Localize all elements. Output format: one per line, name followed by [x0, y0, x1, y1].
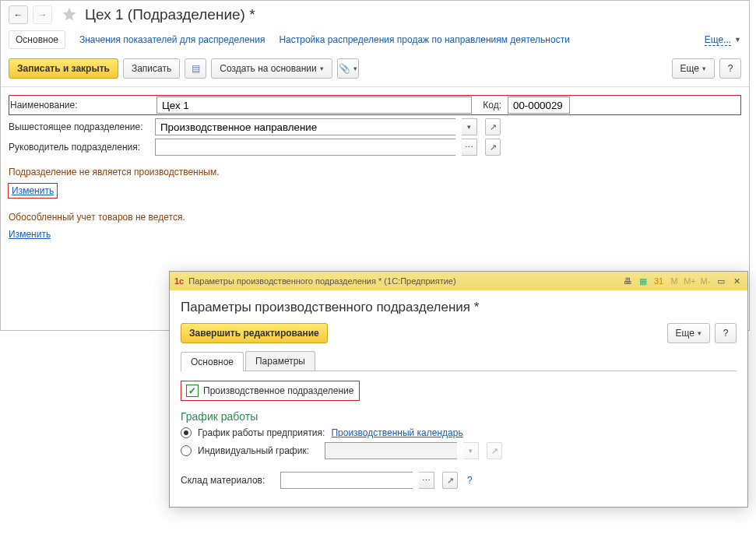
parent-input[interactable] — [155, 118, 455, 135]
tab-indicators[interactable]: Значения показателей для распределения — [79, 34, 265, 45]
toolbar: Записать и закрыть Записать ▤ Создать на… — [1, 55, 749, 87]
open-ref-button[interactable]: ↗ — [485, 118, 501, 135]
minimize-button[interactable]: ▭ — [715, 275, 727, 287]
nav-forward[interactable]: → — [33, 5, 52, 24]
name-row: Наименование: Код: — [9, 95, 741, 115]
chevron-down-icon: ▾ — [702, 65, 706, 72]
dialog-body: Параметры производственного подразделени… — [170, 290, 747, 331]
chevron-down-icon: ▾ — [698, 329, 701, 331]
tab-more[interactable]: Еще...▼ — [705, 34, 741, 46]
app-icon: 1c — [174, 276, 184, 286]
chevron-down-icon: ▾ — [353, 65, 357, 72]
change-stock-link[interactable]: Изменить — [9, 229, 51, 240]
head-label: Руководитель подразделения: — [9, 142, 149, 153]
chevron-down-icon: ▼ — [734, 36, 741, 44]
document-icon: ▤ — [192, 63, 200, 74]
tab-main[interactable]: Основное — [9, 30, 65, 49]
dialog-titlebar: 1c Параметры производственного подраздел… — [170, 272, 747, 290]
code-input[interactable] — [508, 97, 570, 114]
close-button[interactable]: ✕ — [730, 275, 743, 287]
dialog-help-button[interactable]: ? — [715, 323, 737, 331]
name-label: Наименование: — [10, 100, 150, 111]
head-input[interactable] — [155, 139, 455, 156]
header: ← → Цех 1 (Подразделение) * — [1, 1, 749, 27]
status-stock: Обособленный учет товаров не ведется. — [9, 212, 741, 223]
dialog-more-button[interactable]: Еще▾ — [667, 323, 710, 331]
chevron-down-icon: ▾ — [467, 123, 471, 131]
create-from-button[interactable]: Создать на основании▾ — [211, 58, 332, 79]
external-icon: ↗ — [490, 142, 497, 153]
save-close-button[interactable]: Записать и закрыть — [9, 58, 118, 79]
code-label: Код: — [478, 100, 501, 111]
change-production-link-wrap: Изменить — [9, 184, 57, 198]
tab-sales[interactable]: Настройка распределения продаж по направ… — [279, 34, 569, 45]
dialog-title: Параметры производственного подразделени… — [181, 300, 737, 315]
tab-bar: Основное Значения показателей для распре… — [1, 27, 749, 55]
external-icon: ↗ — [490, 122, 497, 132]
attach-icon: 📎 — [339, 63, 350, 74]
help-button[interactable]: ? — [719, 58, 741, 79]
m-icon: M — [668, 275, 680, 287]
select-button[interactable]: ⋯ — [462, 139, 477, 156]
report-button[interactable]: ▤ — [185, 58, 206, 79]
page-title: Цех 1 (Подразделение) * — [85, 6, 255, 23]
calendar-icon[interactable]: 31 — [652, 275, 665, 287]
finish-edit-button[interactable]: Завершить редактирование — [181, 323, 328, 331]
parent-row: Вышестоящее подразделение: ▾ ↗ — [9, 118, 741, 135]
parent-label: Вышестоящее подразделение: — [9, 121, 149, 132]
dialog-wintitle: Параметры производственного подразделени… — [188, 276, 455, 286]
arrow-right-icon: → — [38, 9, 47, 20]
more-button[interactable]: Еще▾ — [672, 58, 715, 79]
nav-back[interactable]: ← — [9, 5, 28, 24]
dialog-toolbar: Завершить редактирование Еще▾ ? — [181, 323, 737, 331]
print-icon[interactable]: 🖶 — [621, 275, 634, 287]
mminus-icon: M- — [699, 275, 712, 287]
chevron-down-icon: ▾ — [320, 65, 324, 72]
status-production: Подразделение не является производственн… — [9, 167, 741, 177]
mplus-icon: M+ — [684, 275, 696, 287]
change-production-link[interactable]: Изменить — [12, 185, 54, 196]
name-input[interactable] — [156, 97, 472, 114]
parameters-dialog: 1c Параметры производственного подраздел… — [169, 271, 748, 331]
open-ref-button[interactable]: ↗ — [485, 139, 501, 156]
attach-button[interactable]: 📎▾ — [337, 58, 359, 79]
head-row: Руководитель подразделения: ⋯ ↗ — [9, 139, 741, 156]
calc-icon[interactable]: ▦ — [637, 275, 649, 287]
arrow-left-icon: ← — [14, 9, 23, 20]
star-icon[interactable] — [62, 6, 77, 24]
save-button[interactable]: Записать — [123, 58, 180, 79]
dropdown-button[interactable]: ▾ — [462, 118, 477, 135]
